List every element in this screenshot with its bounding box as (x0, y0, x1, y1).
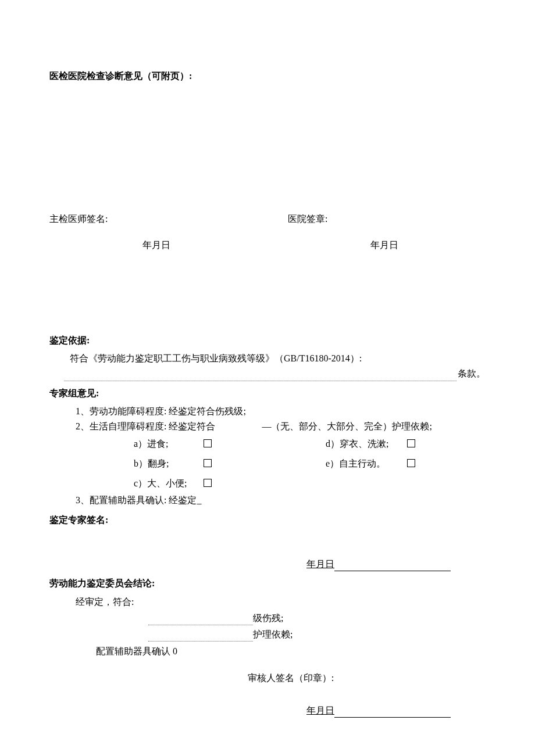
basis-suffix: 条款。 (458, 366, 486, 381)
checkbox-a[interactable] (204, 439, 212, 447)
committee-date-line[interactable] (334, 707, 451, 718)
basis-line: 符合《劳动能力鉴定职工工伤与职业病致残等级》（GB/T16180-2014）: (49, 351, 486, 366)
expert-date-line[interactable] (334, 560, 451, 571)
basis-fill-line[interactable] (64, 381, 456, 381)
exam-opinion-title: 医检医院检查诊断意见（可附页）: (49, 69, 486, 84)
sc-b-label: b）翻身; (134, 456, 204, 471)
examiner-date: 年月日 (142, 238, 170, 253)
basis-title: 鉴定依据: (49, 333, 486, 348)
checkbox-c[interactable] (204, 479, 212, 487)
sc-a-label: a）进食; (134, 436, 204, 452)
hospital-date: 年月日 (370, 238, 398, 253)
sc-d-label: d）穿衣、洗漱; (326, 436, 407, 452)
sc-e-label: e）自主行动。 (326, 456, 407, 471)
committee-c3: 配置辅助器具确认 0 (49, 644, 486, 659)
checkbox-b[interactable] (204, 459, 212, 467)
c2-fill[interactable] (148, 641, 253, 642)
expert-sign-title: 鉴定专家签名: (49, 513, 486, 528)
expert-sign-date: 年月日 (306, 557, 334, 572)
committee-c2: 护理依赖; (253, 627, 293, 642)
committee-title: 劳动能力鉴定委员会结论: (49, 576, 486, 591)
hospital-seal-label: 医院签章: (247, 212, 486, 227)
expert-title: 专家组意见: (49, 386, 486, 401)
expert-item3: 3、配置辅助器具确认: 经鉴定_ (49, 493, 486, 508)
checkbox-d[interactable] (407, 439, 415, 447)
expert-item2-suffix: —（无、部分、大部分、完全）护理依赖; (262, 419, 431, 434)
committee-approved: 经审定，符合: (49, 594, 486, 610)
committee-date: 年月日 (306, 703, 334, 718)
sc-c-label: c）大、小便; (134, 476, 204, 491)
expert-item1: 1、劳动功能障碍程度: 经鉴定符合伤残级; (49, 404, 486, 419)
committee-c1: 级伤残; (253, 611, 283, 626)
examiner-sign-label: 主检医师签名: (49, 212, 247, 227)
expert-item2-prefix: 2、生活自理障碍程度: 经鉴定符合 (76, 419, 215, 434)
checkbox-e[interactable] (407, 459, 415, 467)
c1-fill[interactable] (148, 625, 253, 625)
reviewer-label: 审核人签名（印章）: (49, 671, 486, 686)
